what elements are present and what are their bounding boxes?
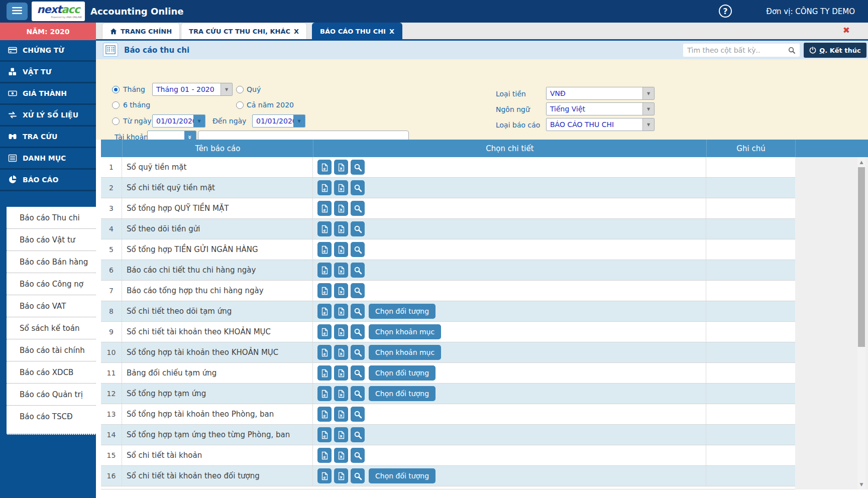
sidebar-item-x-l-s-li-u[interactable]: XỬ LÝ SỐ LIỆU bbox=[0, 105, 96, 127]
sidebar-item-v-t-t-[interactable]: VẬT TƯ bbox=[0, 62, 96, 83]
preview-button[interactable] bbox=[351, 180, 365, 195]
pdf-export-button[interactable] bbox=[317, 427, 332, 442]
excel-export-button[interactable] bbox=[334, 324, 348, 339]
choose-detail-button[interactable]: Chọn khoản mục bbox=[369, 324, 441, 339]
excel-export-button[interactable] bbox=[334, 283, 348, 298]
submenu-item-b-o-c-o-c-ng-n-[interactable]: Báo cáo Công nợ bbox=[7, 273, 96, 295]
tab-close-icon[interactable]: X bbox=[389, 28, 394, 35]
excel-export-button[interactable] bbox=[334, 365, 348, 381]
radio-quarter[interactable] bbox=[236, 86, 244, 93]
preview-button[interactable] bbox=[351, 407, 365, 422]
submenu-item-b-o-c-o-vat[interactable]: Báo cáo VAT bbox=[7, 295, 96, 317]
pdf-export-button[interactable] bbox=[317, 468, 332, 483]
submenu-item-b-o-c-o-thu-chi[interactable]: Báo cáo Thu chi bbox=[7, 207, 96, 229]
vertical-scrollbar[interactable]: ▲ ▼ bbox=[857, 157, 865, 489]
chevron-down-icon[interactable]: ▼ bbox=[642, 103, 654, 115]
excel-export-button[interactable] bbox=[334, 407, 348, 422]
choose-detail-button[interactable]: Chọn đối tượng bbox=[369, 386, 436, 401]
excel-export-button[interactable] bbox=[334, 221, 348, 236]
pdf-export-button[interactable] bbox=[317, 386, 332, 401]
preview-button[interactable] bbox=[351, 263, 365, 278]
preview-button[interactable] bbox=[351, 345, 365, 360]
excel-export-button[interactable] bbox=[334, 345, 348, 360]
pdf-export-button[interactable] bbox=[317, 448, 332, 463]
submenu-item-b-o-c-o-qu-n-tr-[interactable]: Báo cáo Quản trị bbox=[7, 384, 96, 406]
radio-half-year[interactable] bbox=[112, 101, 120, 109]
preview-button[interactable] bbox=[351, 448, 365, 463]
help-icon[interactable]: ? bbox=[719, 5, 732, 18]
pdf-export-button[interactable] bbox=[317, 304, 332, 319]
preview-button[interactable] bbox=[351, 468, 365, 483]
submenu-item-b-o-c-o-xdcb[interactable]: Báo cáo XDCB bbox=[7, 361, 96, 384]
pdf-export-button[interactable] bbox=[317, 221, 332, 236]
radio-month[interactable] bbox=[112, 86, 120, 93]
finish-button[interactable]: Q. Kết thúc bbox=[804, 43, 866, 58]
excel-export-button[interactable] bbox=[334, 386, 348, 401]
tab-tra-c-u-ct-thu-chi-kh-c[interactable]: TRA CỨU CT THU CHI, KHÁCX bbox=[181, 23, 307, 39]
preview-button[interactable] bbox=[351, 201, 365, 216]
preview-button[interactable] bbox=[351, 221, 365, 236]
currency-select[interactable]: VNĐ ▼ bbox=[546, 87, 655, 100]
excel-export-button[interactable] bbox=[334, 448, 348, 463]
hamburger-menu-button[interactable] bbox=[7, 3, 28, 20]
scroll-up-icon[interactable]: ▲ bbox=[857, 158, 865, 166]
chevron-down-icon[interactable]: ▼ bbox=[193, 115, 205, 127]
radio-full-year[interactable] bbox=[236, 101, 244, 109]
sidebar-item-tra-c-u[interactable]: TRA CỨU bbox=[0, 127, 96, 148]
preview-button[interactable] bbox=[351, 324, 365, 339]
tab-home[interactable]: TRANG CHÍNH bbox=[102, 23, 180, 39]
excel-export-button[interactable] bbox=[334, 201, 348, 216]
submenu-item-b-o-c-o-tsc-[interactable]: Báo cáo TSCĐ bbox=[7, 406, 96, 428]
pdf-export-button[interactable] bbox=[317, 263, 332, 278]
pdf-export-button[interactable] bbox=[317, 365, 332, 381]
pdf-export-button[interactable] bbox=[317, 324, 332, 339]
preview-button[interactable] bbox=[351, 386, 365, 401]
excel-export-button[interactable] bbox=[334, 427, 348, 442]
year-banner[interactable]: NĂM: 2020 bbox=[0, 23, 96, 40]
pdf-export-button[interactable] bbox=[317, 201, 332, 216]
search-icon[interactable] bbox=[788, 47, 796, 54]
radio-date-range[interactable] bbox=[112, 117, 120, 125]
choose-detail-button[interactable]: Chọn khoản mục bbox=[369, 345, 441, 360]
sidebar-item-ch-ng-t-[interactable]: CHỨNG TỪ bbox=[0, 40, 96, 62]
pdf-export-button[interactable] bbox=[317, 283, 332, 298]
submenu-item-b-o-c-o-v-t-t-[interactable]: Báo cáo Vật tư bbox=[7, 229, 96, 251]
to-date-picker[interactable]: 01/01/2020 ▼ bbox=[252, 114, 305, 128]
excel-export-button[interactable] bbox=[334, 304, 348, 319]
preview-button[interactable] bbox=[351, 304, 365, 319]
from-date-picker[interactable]: 01/01/2020 ▼ bbox=[152, 114, 205, 128]
excel-export-button[interactable] bbox=[334, 468, 348, 483]
choose-detail-button[interactable]: Chọn đối tượng bbox=[369, 304, 436, 319]
excel-export-button[interactable] bbox=[334, 180, 348, 195]
preview-button[interactable] bbox=[351, 160, 365, 175]
preview-button[interactable] bbox=[351, 242, 365, 257]
pdf-export-button[interactable] bbox=[317, 160, 332, 175]
search-input[interactable] bbox=[683, 46, 788, 54]
sidebar-item-danh-m-c[interactable]: DANH MỤC bbox=[0, 148, 96, 170]
submenu-item-b-o-c-o-t-i-ch-nh[interactable]: Báo cáo tài chính bbox=[7, 339, 96, 361]
language-select[interactable]: Tiếng Việt ▼ bbox=[546, 102, 655, 115]
preview-button[interactable] bbox=[351, 365, 365, 381]
tab-b-o-c-o-thu-chi[interactable]: BÁO CÁO THU CHIX bbox=[312, 23, 402, 39]
scroll-down-icon[interactable]: ▼ bbox=[857, 480, 865, 488]
chevron-down-icon[interactable]: ▼ bbox=[221, 83, 232, 95]
choose-detail-button[interactable]: Chọn đối tượng bbox=[369, 468, 436, 483]
sidebar-item-b-o-c-o[interactable]: BÁO CÁO bbox=[0, 170, 96, 191]
choose-detail-button[interactable]: Chọn đối tượng bbox=[369, 365, 436, 381]
excel-export-button[interactable] bbox=[334, 160, 348, 175]
chevron-down-icon[interactable]: ▼ bbox=[293, 115, 305, 127]
excel-export-button[interactable] bbox=[334, 242, 348, 257]
scrollbar-thumb[interactable] bbox=[858, 167, 865, 347]
submenu-item-s-s-ch-k-to-n[interactable]: Sổ sách kế toán bbox=[7, 317, 96, 339]
preview-button[interactable] bbox=[351, 283, 365, 298]
report-type-select[interactable]: BÁO CÁO THU CHI ▼ bbox=[546, 118, 655, 131]
submenu-item-b-o-c-o-b-n-h-ng[interactable]: Báo cáo Bán hàng bbox=[7, 251, 96, 273]
excel-export-button[interactable] bbox=[334, 263, 348, 278]
sidebar-item-gi-th-nh[interactable]: GIÁ THÀNH bbox=[0, 83, 96, 105]
close-workspace-icon[interactable]: ✖ bbox=[843, 26, 850, 35]
chevron-down-icon[interactable]: ▼ bbox=[642, 118, 654, 131]
preview-button[interactable] bbox=[351, 427, 365, 442]
pdf-export-button[interactable] bbox=[317, 242, 332, 257]
chevron-down-icon[interactable]: ▼ bbox=[642, 87, 654, 99]
pdf-export-button[interactable] bbox=[317, 180, 332, 195]
